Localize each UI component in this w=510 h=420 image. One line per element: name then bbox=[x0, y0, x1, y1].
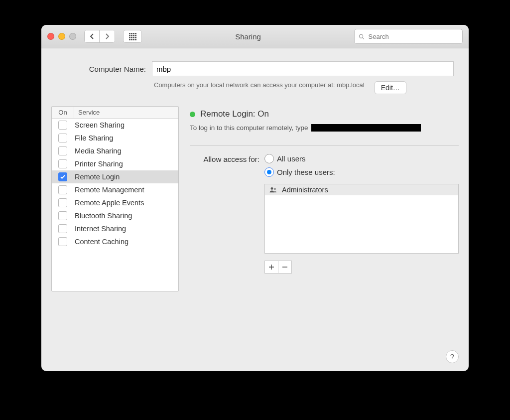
window-title: Sharing bbox=[147, 32, 349, 41]
show-all-button[interactable] bbox=[123, 30, 142, 43]
service-row[interactable]: Remote Management bbox=[52, 183, 178, 196]
service-checkbox[interactable] bbox=[58, 211, 67, 220]
service-row[interactable]: Remote Apple Events bbox=[52, 196, 178, 209]
service-checkbox[interactable] bbox=[58, 237, 67, 246]
computer-name-description: Computers on your local network can acce… bbox=[154, 81, 365, 89]
services-table: On Service Screen SharingFile SharingMed… bbox=[51, 106, 179, 291]
search-input[interactable] bbox=[368, 32, 458, 41]
svg-line-1 bbox=[363, 37, 364, 39]
column-on: On bbox=[52, 107, 74, 118]
service-detail-pane: Remote Login: On To log in to this compu… bbox=[190, 106, 459, 291]
chevron-left-icon bbox=[90, 33, 95, 39]
check-icon bbox=[60, 174, 66, 180]
search-field[interactable] bbox=[354, 29, 463, 44]
users-list[interactable]: Administrators bbox=[264, 184, 459, 254]
svg-point-3 bbox=[274, 188, 276, 190]
window-controls bbox=[47, 33, 76, 40]
service-label: Content Caching bbox=[74, 238, 178, 246]
zoom-window-button bbox=[69, 33, 76, 40]
add-user-button[interactable] bbox=[264, 261, 278, 274]
service-checkbox[interactable] bbox=[58, 146, 67, 155]
minimize-window-button[interactable] bbox=[58, 33, 65, 40]
remove-user-button[interactable] bbox=[278, 261, 292, 274]
service-checkbox[interactable] bbox=[58, 198, 67, 207]
service-checkbox[interactable] bbox=[58, 159, 67, 168]
service-row[interactable]: Remote Login bbox=[52, 170, 178, 183]
service-label: File Sharing bbox=[74, 134, 178, 142]
login-instruction: To log in to this computer remotely, typ… bbox=[190, 124, 459, 132]
radio-all-users[interactable]: All users bbox=[264, 154, 459, 163]
back-button[interactable] bbox=[85, 30, 100, 42]
status-indicator-icon bbox=[190, 112, 195, 117]
services-header: On Service bbox=[52, 107, 178, 119]
service-row[interactable]: Printer Sharing bbox=[52, 157, 178, 170]
service-checkbox[interactable] bbox=[58, 185, 67, 194]
user-list-buttons bbox=[264, 261, 459, 274]
titlebar: Sharing bbox=[41, 25, 469, 48]
access-section: Allow access for: All users Only these u… bbox=[190, 154, 459, 274]
service-checkbox[interactable] bbox=[58, 224, 67, 233]
service-row[interactable]: Bluetooth Sharing bbox=[52, 209, 178, 222]
computer-name-section: Computer Name: Computers on your local n… bbox=[41, 48, 469, 106]
status-title: Remote Login: On bbox=[200, 109, 269, 119]
svg-point-2 bbox=[271, 187, 273, 190]
service-label: Remote Login bbox=[74, 173, 178, 181]
service-label: Remote Management bbox=[74, 186, 178, 194]
service-checkbox[interactable] bbox=[58, 121, 67, 130]
service-row[interactable]: Content Caching bbox=[52, 235, 178, 248]
computer-name-field[interactable] bbox=[152, 61, 454, 76]
svg-point-0 bbox=[359, 34, 363, 38]
group-icon bbox=[269, 186, 278, 193]
service-label: Internet Sharing bbox=[74, 225, 178, 233]
help-button[interactable]: ? bbox=[446, 350, 459, 363]
chevron-right-icon bbox=[105, 33, 110, 39]
radio-only-users-label: Only these users: bbox=[277, 168, 335, 176]
column-service: Service bbox=[74, 107, 178, 118]
forward-button[interactable] bbox=[100, 30, 115, 42]
service-checkbox[interactable] bbox=[58, 134, 67, 142]
computer-name-label: Computer Name: bbox=[56, 65, 146, 73]
service-checkbox[interactable] bbox=[58, 172, 67, 181]
close-window-button[interactable] bbox=[47, 33, 54, 40]
edit-hostname-button[interactable]: Edit… bbox=[375, 81, 406, 94]
service-label: Media Sharing bbox=[74, 147, 178, 155]
search-icon bbox=[359, 33, 365, 40]
service-label: Printer Sharing bbox=[74, 160, 178, 168]
service-label: Bluetooth Sharing bbox=[74, 212, 178, 220]
service-label: Screen Sharing bbox=[74, 121, 178, 129]
radio-all-users-label: All users bbox=[277, 154, 306, 163]
access-label: Allow access for: bbox=[190, 154, 259, 274]
minus-icon bbox=[282, 264, 288, 270]
user-list-item[interactable]: Administrators bbox=[265, 184, 458, 195]
service-row[interactable]: Screen Sharing bbox=[52, 119, 178, 132]
status-row: Remote Login: On bbox=[190, 109, 459, 119]
service-row[interactable]: Media Sharing bbox=[52, 144, 178, 157]
nav-buttons bbox=[84, 30, 115, 43]
redacted-text bbox=[311, 124, 421, 132]
user-name: Administrators bbox=[282, 186, 328, 194]
radio-only-users[interactable]: Only these users: bbox=[264, 167, 459, 177]
plus-icon bbox=[268, 264, 274, 270]
separator bbox=[190, 145, 459, 146]
grid-icon bbox=[129, 33, 136, 40]
preferences-sharing-window: { "title": "Sharing", "search": {"placeh… bbox=[41, 25, 469, 371]
service-row[interactable]: File Sharing bbox=[52, 132, 178, 144]
service-label: Remote Apple Events bbox=[74, 199, 178, 207]
service-row[interactable]: Internet Sharing bbox=[52, 222, 178, 235]
